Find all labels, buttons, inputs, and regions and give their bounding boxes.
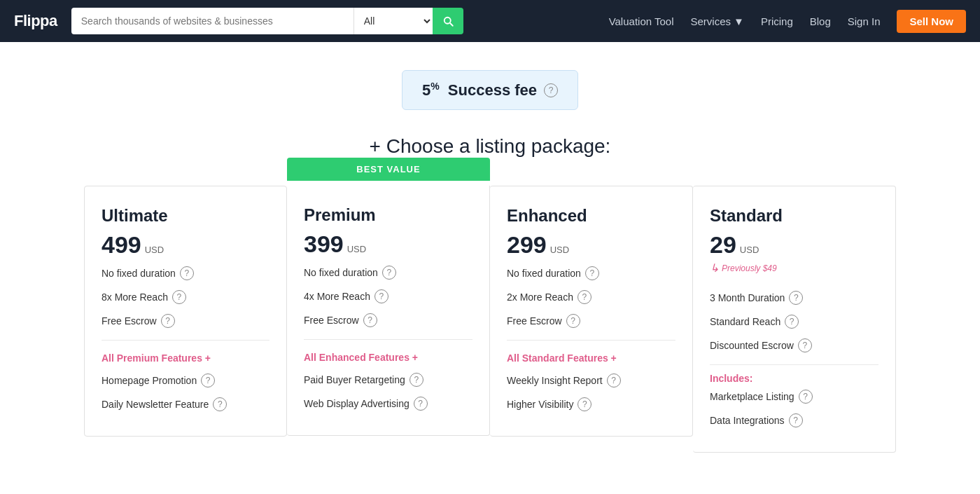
help-icon[interactable]: ? [785, 315, 799, 329]
help-icon[interactable]: ? [578, 397, 592, 411]
choose-package-title: + Choose a listing package: [84, 135, 896, 158]
help-icon[interactable]: ? [789, 413, 803, 427]
card-standard-features: 3 Month Duration ? Standard Reach ? Disc… [710, 286, 878, 357]
card-enhanced-price-row: 299 USD [507, 231, 676, 259]
divider [710, 364, 878, 365]
card-ultimate-currency: USD [145, 245, 164, 255]
pricing-cards: BEST VALUE Ultimate 499 USD No fixed dur… [84, 186, 896, 453]
help-icon[interactable]: ? [798, 338, 812, 352]
card-ultimate-title: Ultimate [102, 206, 270, 226]
success-fee-section: 5% Success fee ? [84, 70, 896, 110]
list-item: No fixed duration ? [304, 261, 472, 284]
card-standard-price: 29 [710, 231, 736, 259]
list-item: Daily Newsletter Feature ? [102, 392, 270, 416]
card-ultimate-price-row: 499 USD [102, 231, 270, 259]
list-item: Free Escrow ? [102, 309, 270, 333]
list-item: No fixed duration ? [102, 261, 270, 285]
list-item: Free Escrow ? [304, 308, 472, 332]
divider [102, 340, 270, 341]
list-item: Paid Buyer Retargeting ? [304, 368, 472, 392]
nav-links: Valuation Tool Services ▼ Pricing Blog S… [609, 10, 966, 33]
list-item: Homepage Promotion ? [102, 369, 270, 392]
card-premium-title: Premium [304, 205, 472, 225]
card-enhanced: Enhanced 299 USD No fixed duration ? 2x … [490, 186, 693, 437]
help-icon[interactable]: ? [382, 266, 396, 280]
help-icon[interactable]: ? [213, 397, 227, 411]
card-enhanced-features-link[interactable]: All Standard Features + [507, 348, 676, 369]
card-premium-price-row: 399 USD [304, 231, 472, 258]
list-item: Web Display Advertising ? [304, 392, 472, 416]
nav-valuation-tool[interactable]: Valuation Tool [609, 15, 674, 27]
help-icon[interactable]: ? [201, 373, 215, 387]
main-content: 5% Success fee ? + Choose a listing pack… [70, 42, 910, 481]
card-enhanced-title: Enhanced [507, 206, 676, 226]
success-fee-help-icon[interactable]: ? [544, 83, 558, 97]
card-standard-price-row: 29 USD [710, 231, 878, 259]
list-item: Standard Reach ? [710, 310, 878, 334]
card-enhanced-currency: USD [550, 245, 569, 255]
list-item: 2x More Reach ? [507, 285, 676, 309]
divider [304, 339, 472, 340]
help-icon[interactable]: ? [180, 266, 194, 280]
nav-sign-in[interactable]: Sign In [848, 15, 881, 27]
logo[interactable]: Flippa [14, 12, 57, 30]
nav-pricing[interactable]: Pricing [761, 15, 793, 27]
card-premium-price: 399 [304, 231, 344, 258]
card-ultimate-price: 499 [102, 231, 141, 259]
card-standard-prev-price: ↳ Previously $49 [710, 261, 878, 275]
card-standard: Standard 29 USD ↳ Previously $49 3 Month… [693, 186, 896, 453]
best-value-label: BEST VALUE [287, 158, 490, 181]
help-icon[interactable]: ? [578, 290, 592, 304]
card-premium-currency: USD [347, 244, 366, 254]
card-standard-includes-label: Includes: [710, 368, 752, 389]
help-icon[interactable]: ? [410, 373, 424, 387]
help-icon[interactable]: ? [607, 373, 621, 387]
nav-blog[interactable]: Blog [810, 15, 831, 27]
help-icon[interactable]: ? [789, 291, 803, 305]
list-item: 3 Month Duration ? [710, 286, 878, 310]
search-button[interactable] [433, 8, 463, 34]
list-item: Weekly Insight Report ? [507, 369, 676, 392]
list-item: Data Integrations ? [710, 409, 878, 432]
help-icon[interactable]: ? [585, 266, 599, 280]
card-premium-features: No fixed duration ? 4x More Reach ? Free… [304, 261, 472, 332]
help-icon[interactable]: ? [161, 314, 175, 328]
sell-now-button[interactable]: Sell Now [897, 10, 966, 33]
card-ultimate: Ultimate 499 USD No fixed duration ? 8x … [84, 186, 287, 437]
help-icon[interactable]: ? [172, 290, 186, 304]
card-ultimate-features: No fixed duration ? 8x More Reach ? Free… [102, 261, 270, 333]
card-premium: Premium 399 USD No fixed duration ? 4x M… [287, 186, 490, 436]
divider [507, 340, 676, 341]
help-icon[interactable]: ? [566, 314, 580, 328]
chevron-down-icon: ▼ [734, 15, 744, 27]
success-fee-percent: 5% Success fee [422, 81, 537, 100]
list-item: 8x More Reach ? [102, 285, 270, 309]
list-item: Higher Visibility ? [507, 392, 676, 416]
card-enhanced-price: 299 [507, 231, 547, 259]
help-icon[interactable]: ? [799, 390, 813, 404]
success-fee-badge: 5% Success fee ? [402, 70, 578, 110]
navbar: Flippa All Websites Apps Domains Busines… [0, 0, 980, 42]
search-category-select[interactable]: All Websites Apps Domains Businesses [354, 8, 433, 34]
list-item: 4x More Reach ? [304, 284, 472, 308]
help-icon[interactable]: ? [363, 313, 377, 327]
card-ultimate-features-link[interactable]: All Premium Features + [102, 348, 270, 369]
card-enhanced-features: No fixed duration ? 2x More Reach ? Free… [507, 261, 676, 333]
help-icon[interactable]: ? [374, 289, 388, 303]
card-standard-title: Standard [710, 206, 878, 226]
nav-services[interactable]: Services ▼ [691, 15, 744, 27]
list-item: Free Escrow ? [507, 309, 676, 333]
help-icon[interactable]: ? [414, 397, 428, 411]
search-container: All Websites Apps Domains Businesses [71, 8, 463, 34]
list-item: No fixed duration ? [507, 261, 676, 285]
list-item: Discounted Escrow ? [710, 334, 878, 357]
card-standard-currency: USD [740, 245, 759, 255]
card-premium-features-link[interactable]: All Enhanced Features + [304, 347, 472, 368]
search-input[interactable] [71, 8, 354, 34]
